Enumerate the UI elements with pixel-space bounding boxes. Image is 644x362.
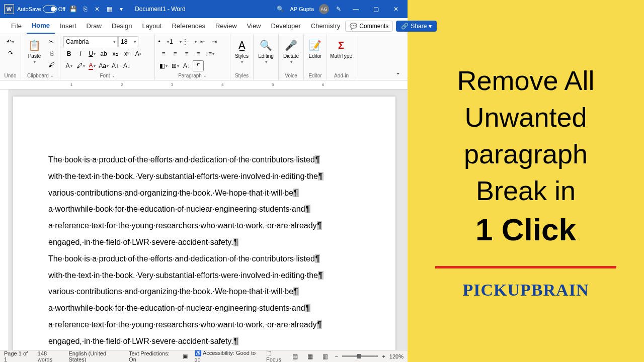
- doc-line: engaged,·in·the·field·of·LWR·severe·acci…: [48, 333, 360, 350]
- zoom-in-button[interactable]: +: [382, 353, 385, 359]
- user-name: AP Gupta: [290, 6, 314, 12]
- text-effects-button[interactable]: A▾: [63, 60, 74, 71]
- dictate-button[interactable]: 🎤 Dictate▾: [282, 36, 300, 66]
- align-right-button[interactable]: ≡: [181, 48, 192, 59]
- borders-button[interactable]: ⊞▾: [170, 60, 181, 71]
- vertical-ruler[interactable]: [0, 89, 9, 350]
- align-left-button[interactable]: ≡: [158, 48, 169, 59]
- shrink-font-button[interactable]: A↓: [121, 60, 132, 71]
- paste-button[interactable]: 📋 Paste▾: [24, 36, 45, 66]
- tab-review[interactable]: Review: [210, 18, 242, 34]
- comments-button[interactable]: 💬 Comments: [345, 21, 393, 32]
- autosave-toggle[interactable]: AutoSave Off: [17, 6, 65, 13]
- accessibility-status[interactable]: ♿ Accessibility: Good to go: [195, 350, 260, 362]
- strike-button[interactable]: ab: [98, 48, 109, 59]
- copy-button[interactable]: ⎘: [46, 48, 57, 59]
- mathtype-button[interactable]: Σ MathType: [330, 36, 352, 61]
- styles-button[interactable]: A̲ Styles▾: [233, 36, 250, 66]
- predictions-status[interactable]: Text Predictions: On: [129, 350, 175, 363]
- clipboard-group-label: Clipboard ⌄: [24, 72, 57, 80]
- search-icon[interactable]: 🔍: [276, 5, 285, 14]
- web-layout-icon[interactable]: ▥: [319, 351, 331, 362]
- increase-indent-button[interactable]: ⇥: [209, 36, 220, 47]
- document-text[interactable]: The·book·is·a·product·of·the·efforts·and…: [48, 152, 360, 350]
- pilcrow-icon: ¶: [233, 337, 239, 345]
- qat-icon-3[interactable]: ▦: [105, 5, 114, 14]
- show-marks-button[interactable]: ¶: [193, 60, 204, 71]
- toggle-off-icon[interactable]: [43, 6, 57, 13]
- numbering-button[interactable]: 1—▾: [170, 36, 182, 47]
- sort-button[interactable]: A↓: [181, 60, 192, 71]
- font-color-button[interactable]: A▾: [87, 60, 98, 71]
- horizontal-ruler[interactable]: 1 2 3 4 5 6: [0, 80, 408, 89]
- grow-font-button[interactable]: A↑: [110, 60, 121, 71]
- doc-line: a·reference·text·for·the·young·researche…: [48, 218, 360, 234]
- microphone-icon: 🎤: [285, 38, 297, 52]
- editing-button[interactable]: 🔍 Editing▾: [257, 36, 275, 66]
- zoom-slider[interactable]: [342, 355, 378, 357]
- read-mode-icon[interactable]: ▤: [289, 351, 300, 362]
- doc-line: with·the·text·in·the·book.·Very·substant…: [48, 168, 360, 185]
- tab-view[interactable]: View: [242, 18, 266, 34]
- decrease-indent-button[interactable]: ⇤: [197, 36, 208, 47]
- promo-panel: Remove All Unwanted paragraph Break in 1…: [408, 0, 644, 362]
- maximize-button[interactable]: ▢: [368, 3, 383, 15]
- tab-chemistry[interactable]: Chemistry: [306, 18, 346, 34]
- tab-file[interactable]: File: [6, 18, 27, 34]
- zoom-out-button[interactable]: −: [335, 353, 338, 359]
- language-status[interactable]: English (United States): [68, 350, 122, 363]
- ribbon: ↶▾ ↷ Undo 📋 Paste▾ ✂ ⎘ 🖌 Clipboard ⌄: [0, 34, 408, 80]
- tab-references[interactable]: References: [167, 18, 210, 34]
- zoom-level[interactable]: 120%: [389, 353, 404, 359]
- undo-button[interactable]: ↶▾: [5, 36, 16, 47]
- justify-button[interactable]: ≡: [193, 48, 204, 59]
- cut-button[interactable]: ✂: [46, 36, 57, 47]
- share-button[interactable]: 🔗 Share ▾: [396, 21, 437, 32]
- tab-developer[interactable]: Developer: [266, 18, 306, 34]
- multilevel-button[interactable]: ⋮—▾: [182, 36, 197, 47]
- focus-button[interactable]: ⬚ Focus: [266, 350, 285, 362]
- qat-more-icon[interactable]: ▾: [117, 5, 126, 14]
- qat-icon-1[interactable]: ⎘: [80, 5, 90, 14]
- ribbon-tabs: File Home Insert Draw Design Layout Refe…: [0, 18, 408, 34]
- format-painter-button[interactable]: 🖌: [46, 59, 57, 70]
- page-status[interactable]: Page 1 of 1: [4, 350, 31, 363]
- tab-draw[interactable]: Draw: [82, 18, 107, 34]
- highlight-button[interactable]: 🖍▾: [75, 60, 86, 71]
- shading-button[interactable]: ◧▾: [158, 60, 169, 71]
- save-icon[interactable]: 💾: [68, 5, 77, 14]
- voice-group-label: Voice: [282, 72, 300, 80]
- bold-button[interactable]: B: [63, 48, 74, 59]
- align-center-button[interactable]: ≡: [170, 48, 181, 59]
- editor-button[interactable]: 📝 Editor: [307, 36, 324, 61]
- line-spacing-button[interactable]: ↕≡▾: [204, 48, 215, 59]
- tab-insert[interactable]: Insert: [55, 18, 82, 34]
- find-icon: 🔍: [260, 38, 272, 52]
- redo-button[interactable]: ↷: [5, 48, 16, 59]
- bullets-button[interactable]: •—▾: [158, 36, 169, 47]
- underline-button[interactable]: U▾: [87, 48, 98, 59]
- change-case-button[interactable]: Aa▾: [98, 60, 109, 71]
- font-name-select[interactable]: Cambria: [63, 36, 118, 47]
- word-count[interactable]: 148 words: [38, 350, 62, 363]
- styles-group-label: Styles: [233, 72, 250, 80]
- document-page[interactable]: The·book·is·a·product·of·the·efforts·and…: [13, 97, 395, 350]
- superscript-button[interactable]: x²: [121, 48, 132, 59]
- italic-button[interactable]: I: [75, 48, 86, 59]
- qat-icon-2[interactable]: ✕: [93, 5, 102, 14]
- subscript-button[interactable]: x₂: [110, 48, 121, 59]
- tab-design[interactable]: Design: [107, 18, 137, 34]
- pen-icon[interactable]: ✎: [334, 5, 343, 14]
- close-button[interactable]: ✕: [388, 3, 404, 15]
- tab-layout[interactable]: Layout: [137, 18, 167, 34]
- promo-divider: [435, 266, 616, 268]
- clear-format-button[interactable]: A◦: [133, 48, 144, 59]
- collapse-ribbon-button[interactable]: ⌄: [392, 67, 404, 78]
- font-size-select[interactable]: 18: [118, 36, 138, 47]
- macro-icon[interactable]: ▣: [183, 353, 188, 359]
- tab-home[interactable]: Home: [27, 18, 55, 34]
- minimize-button[interactable]: —: [348, 3, 363, 15]
- doc-line: various·contributions·and·organizing·the…: [48, 185, 360, 202]
- print-layout-icon[interactable]: ▦: [304, 351, 315, 362]
- user-avatar[interactable]: AG: [319, 4, 329, 14]
